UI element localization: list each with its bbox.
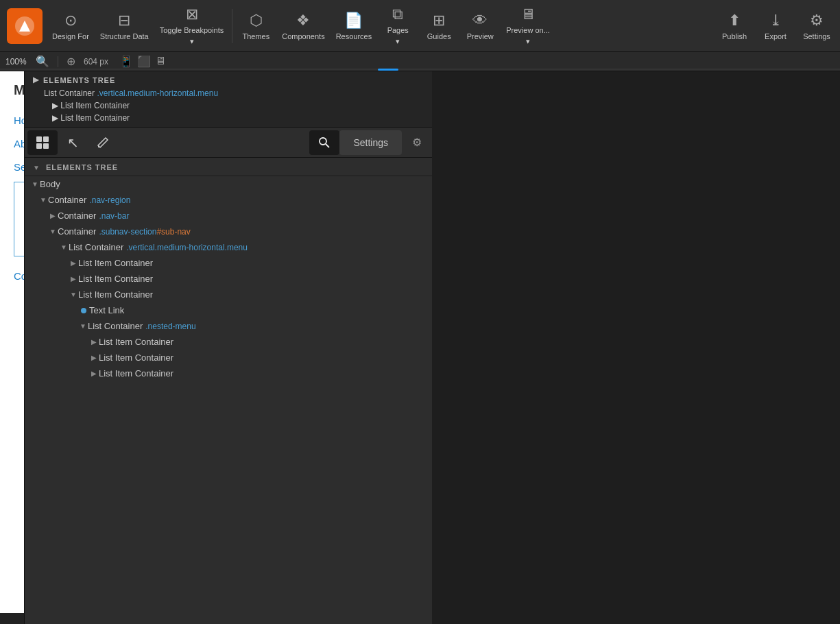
floating-elements-panel: ▶ ELEMENTS TREE List Container .vertical… xyxy=(24,71,432,624)
top-tree-arrow: ▶ xyxy=(33,75,39,84)
et-collapse-arrow[interactable]: ▼ xyxy=(33,164,40,171)
zoom-out-button[interactable]: 🔍 xyxy=(36,56,49,67)
design-for-button[interactable]: ⊙ Design For xyxy=(47,0,95,52)
tree-node-subnav[interactable]: ▼ Container .subnav-section#sub-nav xyxy=(25,224,432,239)
scroll-indicator xyxy=(378,69,398,71)
guides-button[interactable]: ⊞ Guides xyxy=(418,0,459,52)
top-tree-list-item-2[interactable]: ▶ List Item Container xyxy=(33,112,424,124)
panel-settings-button[interactable]: Settings xyxy=(339,130,402,155)
scroll-bar xyxy=(0,69,840,71)
tree-arrow-li2: ▶ xyxy=(69,275,78,283)
themes-button[interactable]: ⬡ Themes xyxy=(235,0,276,52)
top-tree-list-item-1[interactable]: ▶ List Item Container xyxy=(33,99,424,112)
panel-gear-button[interactable]: ⚙ xyxy=(405,130,429,155)
guides-icon: ⊞ xyxy=(433,12,445,29)
resources-icon: 📄 xyxy=(344,12,363,29)
tree-node-nested-li2[interactable]: ▶ List Item Container xyxy=(25,350,432,365)
zoom-bar: 100% 🔍 ⊕ 604 px 📱 ⬛ 🖥 xyxy=(0,52,840,71)
resources-button[interactable]: 📄 Resources xyxy=(331,0,378,52)
app-logo[interactable] xyxy=(7,8,43,44)
preview-button[interactable]: 👁 Preview xyxy=(459,0,501,52)
pages-button[interactable]: ⧉ Pages ▾ xyxy=(377,0,418,52)
tree-arrow-nav-bar: ▶ xyxy=(48,212,58,219)
panel-tab-bar: ↖ Settings ⚙ xyxy=(25,128,432,158)
components-button[interactable]: ❖ Components xyxy=(276,0,330,52)
tree-node-nested-li3[interactable]: ▶ List Item Container xyxy=(25,365,432,381)
canvas: My Site Home About Services xyxy=(0,71,432,624)
panel-tab-grid[interactable] xyxy=(27,130,58,155)
tree-node-nav-region[interactable]: ▼ Container .nav-region xyxy=(25,192,432,208)
design-for-icon: ⊙ xyxy=(64,12,77,29)
export-icon: ⤓ xyxy=(769,12,782,29)
toggle-breakpoints-button[interactable]: ⊠ Toggle Breakpoints ▾ xyxy=(154,0,230,52)
main-area: My Site Home About Services xyxy=(0,71,840,624)
toolbar-separator-1 xyxy=(232,9,232,43)
structure-data-icon: ⊟ xyxy=(118,12,130,29)
themes-icon: ⬡ xyxy=(250,12,263,29)
panel-search-button[interactable] xyxy=(309,130,339,155)
tree-node-nested-menu[interactable]: ▼ List Container .nested-menu xyxy=(25,318,432,334)
tree-arrow-nli2: ▶ xyxy=(89,354,99,361)
tree-node-list-item-2[interactable]: ▶ List Item Container xyxy=(25,271,432,287)
tree-node-list-container[interactable]: ▼ List Container .vertical.medium-horizo… xyxy=(25,239,432,255)
svg-point-5 xyxy=(320,138,326,145)
publish-button[interactable]: ⬆ Publish xyxy=(714,0,755,52)
zoom-level: 100% xyxy=(5,57,30,67)
desktop-device-button[interactable]: 🖥 xyxy=(155,55,166,68)
elements-tree-panel: ▼ ELEMENTS TREE ▼ Body ▼ Container .nav-… xyxy=(25,158,432,624)
zoom-in-button[interactable]: ⊕ xyxy=(67,56,75,67)
tree-node-list-item-1[interactable]: ▶ List Item Container xyxy=(25,255,432,271)
structure-data-button[interactable]: ⊟ Structure Data xyxy=(95,0,154,52)
tree-arrow-list: ▼ xyxy=(59,243,69,251)
tree-arrow-nav-region: ▼ xyxy=(38,196,48,204)
tree-arrow-body: ▼ xyxy=(30,180,40,188)
panel-tab-cursor[interactable]: ↖ xyxy=(58,130,88,155)
breakpoints-icon: ⊠ xyxy=(186,5,198,23)
tree-arrow-li1: ▶ xyxy=(69,259,78,267)
main-toolbar: ⊙ Design For ⊟ Structure Data ⊠ Toggle B… xyxy=(0,0,840,52)
publish-icon: ⬆ xyxy=(728,12,741,29)
preview-on-button[interactable]: 🖥 Preview on... ▾ xyxy=(501,0,555,52)
phone-device-button[interactable]: 📱 xyxy=(119,55,133,68)
svg-rect-2 xyxy=(43,136,49,142)
preview-icon: 👁 xyxy=(472,12,488,29)
export-button[interactable]: ⤓ Export xyxy=(755,0,796,52)
tree-node-list-item-3[interactable]: ▼ List Item Container xyxy=(25,287,432,302)
settings-gear-icon: ⚙ xyxy=(810,12,824,29)
viewport-size: 604 px xyxy=(84,57,108,67)
preview-on-icon: 🖥 xyxy=(520,5,536,23)
pages-icon: ⧉ xyxy=(392,5,403,23)
device-buttons: 📱 ⬛ 🖥 xyxy=(119,55,166,68)
components-icon: ❖ xyxy=(296,12,310,29)
elements-tree-header: ▼ ELEMENTS TREE xyxy=(25,158,432,176)
settings-button[interactable]: ⚙ Settings xyxy=(796,0,837,52)
tree-bullet-text-link xyxy=(81,308,86,313)
tree-node-nav-bar[interactable]: ▶ Container .nav-bar xyxy=(25,208,432,224)
panel-tab-edit[interactable] xyxy=(88,130,118,155)
top-tree-list-container[interactable]: List Container .vertical.medium-horizont… xyxy=(33,87,424,99)
svg-line-6 xyxy=(326,144,329,147)
tree-arrow-nested: ▼ xyxy=(78,322,88,330)
tree-arrow-nli1: ▶ xyxy=(89,338,99,346)
tree-node-text-link[interactable]: Text Link xyxy=(25,302,432,318)
top-elements-tree: ▶ ELEMENTS TREE List Container .vertical… xyxy=(25,71,432,128)
tree-arrow-li3: ▼ xyxy=(69,291,78,298)
tree-node-nested-li1[interactable]: ▶ List Item Container xyxy=(25,334,432,350)
zoom-separator xyxy=(58,56,58,67)
top-tree-header: ▶ ELEMENTS TREE xyxy=(33,75,424,84)
tree-arrow-subnav: ▼ xyxy=(48,228,58,235)
svg-rect-3 xyxy=(36,143,42,149)
tree-arrow-nli3: ▶ xyxy=(89,370,99,377)
tree-node-body[interactable]: ▼ Body xyxy=(25,176,432,192)
tablet-device-button[interactable]: ⬛ xyxy=(137,55,151,68)
svg-rect-4 xyxy=(43,143,49,149)
svg-rect-1 xyxy=(36,136,42,142)
